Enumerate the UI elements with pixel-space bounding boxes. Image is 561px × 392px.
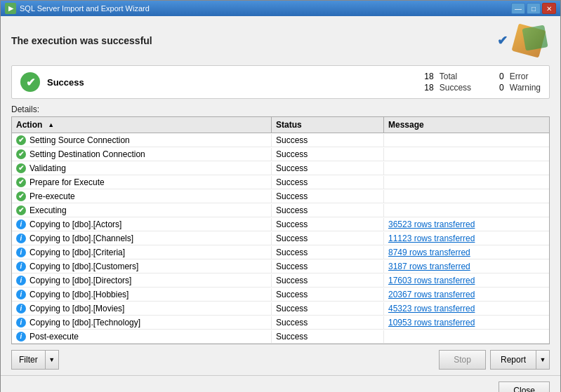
total-label: Total (440, 72, 457, 81)
cell-message (384, 139, 549, 142)
cell-action: i Copying to [dbo].[Actors] (12, 218, 272, 231)
cell-status: Success (272, 260, 384, 273)
report-dropdown-button[interactable]: ▼ (536, 350, 550, 370)
rows-transferred-link[interactable]: 17603 rows transferred (388, 276, 475, 285)
cell-status: Success (272, 204, 384, 217)
cell-action: i Post-execute (12, 330, 272, 343)
table-row: i Copying to [dbo].[Technology] Success … (12, 316, 549, 330)
cell-message: 3187 rows transferred (384, 260, 549, 273)
success-row-icon: ✔ (16, 135, 26, 145)
cell-message: 20367 rows transferred (384, 288, 549, 301)
success-row-icon: ✔ (16, 149, 26, 159)
maximize-button[interactable]: □ (527, 3, 541, 14)
cell-status: Success (272, 176, 384, 189)
table-row: ✔ Executing Success (12, 203, 549, 217)
col-header-status: Status (272, 117, 384, 133)
filter-dropdown-button[interactable]: ▼ (45, 350, 59, 370)
rows-transferred-link[interactable]: 10953 rows transferred (388, 318, 475, 327)
cell-status: Success (272, 190, 384, 203)
cell-status: Success (272, 134, 384, 147)
app-icon: ▶ (5, 3, 16, 14)
cell-message: 17603 rows transferred (384, 274, 549, 287)
cell-action: i Copying to [dbo].[Hobbies] (12, 288, 272, 301)
success-icon: ✔ (20, 72, 40, 92)
action-text: Validating (29, 163, 66, 173)
error-count: 0 (499, 72, 504, 81)
success-banner: ✔ Success 18 Total 18 Success 0 E (11, 65, 550, 99)
cell-message: 11123 rows transferred (384, 232, 549, 245)
cell-action: ✔ Setting Destination Connection (12, 148, 272, 161)
table-row: ✔ Setting Destination Connection Success (12, 147, 549, 161)
error-label: Error (510, 72, 529, 81)
rows-transferred-link[interactable]: 8749 rows transferred (388, 248, 470, 257)
cell-message: 10953 rows transferred (384, 316, 549, 329)
rows-transferred-link[interactable]: 45323 rows transferred (388, 304, 475, 313)
window-close-button[interactable]: ✕ (542, 3, 556, 14)
cell-message (384, 153, 549, 156)
col-header-action: Action ▲ (12, 117, 272, 133)
title-bar: ▶ SQL Server Import and Export Wizard — … (1, 1, 560, 16)
cell-action: ✔ Validating (12, 162, 272, 175)
info-row-icon: i (16, 290, 26, 299)
action-text: Copying to [dbo].[Movies] (29, 304, 124, 313)
stop-button[interactable]: Stop (439, 350, 486, 370)
table-row: i Copying to [dbo].[Customers] Success 3… (12, 259, 549, 273)
logo-shape-2 (522, 25, 548, 50)
success-stat-label: Success (440, 83, 471, 93)
details-label: Details: (11, 104, 550, 114)
success-row-icon: ✔ (16, 177, 26, 187)
cell-message (384, 195, 549, 198)
table-row: i Post-execute Success (12, 330, 549, 344)
table-row: i Copying to [dbo].[Actors] Success 3652… (12, 217, 549, 231)
cell-message (384, 181, 549, 184)
success-checkmark-icon: ✔ (497, 33, 508, 48)
action-text: Executing (29, 205, 67, 215)
rows-transferred-link[interactable]: 11123 rows transferred (388, 234, 475, 243)
filter-button-group: Filter ▼ (11, 350, 59, 370)
warning-label: Warning (510, 83, 541, 93)
cell-message (384, 209, 549, 212)
stats-area: 18 Total 18 Success 0 Error 0 Wa (424, 72, 541, 93)
close-button[interactable]: Close (499, 381, 550, 392)
action-text: Copying to [dbo].[Directors] (29, 276, 131, 285)
success-count: 18 (424, 83, 433, 93)
info-row-icon: i (16, 262, 26, 271)
cell-action: i Copying to [dbo].[Movies] (12, 302, 272, 315)
filter-button[interactable]: Filter (11, 350, 45, 370)
action-text: Copying to [dbo].[Customers] (29, 262, 138, 271)
table-row: i Copying to [dbo].[Hobbies] Success 203… (12, 288, 549, 302)
cell-action: ✔ Pre-execute (12, 190, 272, 203)
total-stats: 18 Total 18 Success (424, 72, 471, 93)
window-controls: — □ ✕ (511, 3, 556, 14)
success-row-icon: ✔ (16, 205, 26, 215)
report-button[interactable]: Report (490, 350, 536, 370)
cell-status: Success (272, 246, 384, 259)
cell-action: ✔ Setting Source Connection (12, 134, 272, 147)
success-row-icon: ✔ (16, 191, 26, 201)
header-row: The execution was successful ✔ (11, 23, 550, 58)
cell-action: i Copying to [dbo].[Channels] (12, 232, 272, 245)
window-title: SQL Server Import and Export Wizard (20, 4, 511, 13)
action-text: Post-execute (29, 332, 79, 342)
info-row-icon: i (16, 304, 26, 313)
cell-action: ✔ Prepare for Execute (12, 176, 272, 189)
rows-transferred-link[interactable]: 20367 rows transferred (388, 290, 475, 299)
action-text: Copying to [dbo].[Channels] (29, 234, 133, 243)
action-text: Setting Destination Connection (29, 149, 145, 159)
bottom-bar: Filter ▼ Stop Report ▼ (11, 344, 550, 375)
action-text: Copying to [dbo].[Actors] (29, 219, 121, 229)
cell-action: i Copying to [dbo].[Technology] (12, 316, 272, 329)
logo-area (508, 23, 550, 58)
minimize-button[interactable]: — (511, 3, 525, 14)
cell-status: Success (272, 274, 384, 287)
cell-message (384, 335, 549, 338)
rows-transferred-link[interactable]: 3187 rows transferred (388, 262, 470, 271)
report-button-group: Report ▼ (490, 350, 550, 370)
cell-status: Success (272, 330, 384, 343)
cell-status: Success (272, 302, 384, 315)
page-title: The execution was successful (11, 35, 497, 46)
table-row: ✔ Prepare for Execute Success (12, 175, 549, 189)
info-row-icon: i (16, 248, 26, 257)
rows-transferred-link[interactable]: 36523 rows transferred (388, 219, 475, 229)
cell-status: Success (272, 316, 384, 329)
